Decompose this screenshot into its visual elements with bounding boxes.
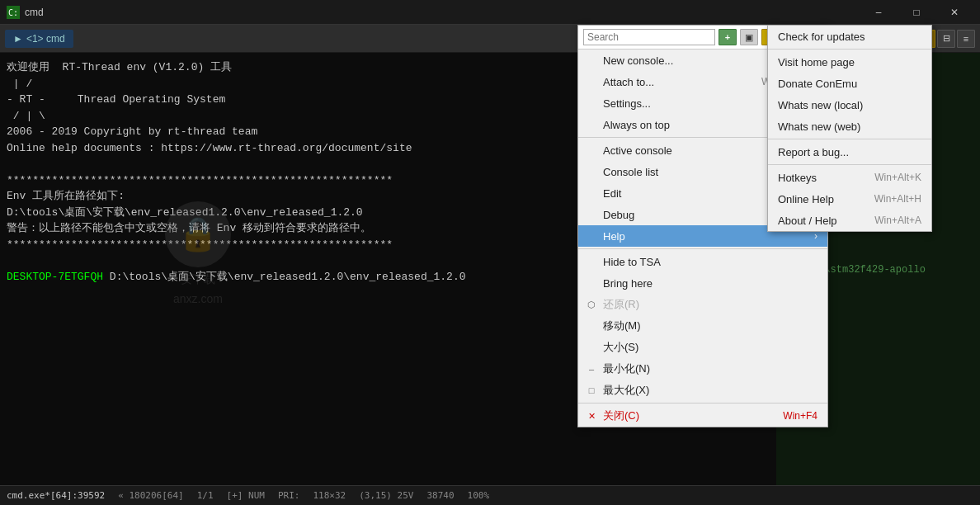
ctx-help-label: Help <box>603 230 625 243</box>
ctx-item-restore: ⬡ 还原(R) <box>578 294 827 315</box>
tab-icon: ► <box>13 33 23 45</box>
ctx-monitor-btn[interactable]: ▣ <box>740 29 758 45</box>
ctx-minimize-label: 最小化(N) <box>603 361 650 376</box>
sub-online-help-label: Online Help <box>778 193 834 205</box>
ctx-restore-label: 还原(R) <box>603 297 639 312</box>
sub-sep-1 <box>768 49 931 50</box>
sub-hotkeys-shortcut: Win+Alt+K <box>874 172 921 183</box>
ctx-new-console-btn[interactable]: + <box>719 29 737 45</box>
context-menu-search-input[interactable] <box>583 29 715 45</box>
help-submenu: Check for updates Visit home page Donate… <box>767 25 932 232</box>
svg-text:C:: C: <box>8 8 18 17</box>
ctx-close-shortcut: Win+F4 <box>783 410 817 422</box>
sub-hotkeys-label: Hotkeys <box>778 172 817 184</box>
ctx-item-bring-here[interactable]: Bring here <box>578 272 827 294</box>
sub-whats-new-web-label: Whats new (web) <box>778 120 860 133</box>
status-info5: 118×32 <box>313 490 346 501</box>
ctx-attach-label: Attach to... <box>603 76 654 88</box>
ctx-item-maximize[interactable]: □ 最大化(X) <box>578 380 827 401</box>
sub-donate-label: Donate ConEmu <box>778 78 857 90</box>
sub-sep-3 <box>768 164 931 165</box>
sub-item-home-page[interactable]: Visit home page <box>768 51 931 73</box>
ctx-settings-label: Settings... <box>603 97 651 110</box>
tab-label: <1> cmd <box>26 33 65 45</box>
ctx-item-close[interactable]: ✕ 关闭(C) Win+F4 <box>578 405 827 427</box>
ctx-bring-here-label: Bring here <box>603 277 653 290</box>
app-icon: C: <box>7 6 20 19</box>
title-bar: C: cmd – □ ✕ <box>0 0 980 25</box>
ctx-sep-3 <box>578 403 827 404</box>
sub-item-donate[interactable]: Donate ConEmu <box>768 73 931 94</box>
ctx-active-console-label: Active console <box>603 144 672 157</box>
sub-home-page-label: Visit home page <box>778 56 855 68</box>
ctx-min-icon: – <box>585 364 598 374</box>
status-info3: [+] NUM <box>227 490 265 501</box>
ctx-new-console-label: New console... <box>603 54 673 67</box>
sub-check-updates-label: Check for updates <box>778 31 865 43</box>
status-info6: (3,15) 25V <box>359 490 413 501</box>
menu-button[interactable]: ≡ <box>957 30 975 48</box>
sub-about-label: About / Help <box>778 215 837 227</box>
split-button[interactable]: ⊟ <box>937 30 955 48</box>
sub-report-bug-label: Report a bug... <box>778 146 849 158</box>
sub-item-about[interactable]: About / Help Win+Alt+A <box>768 210 931 231</box>
ctx-close-label: 关闭(C) <box>603 408 639 423</box>
sub-sep-2 <box>768 139 931 139</box>
status-info2: 1/1 <box>197 490 214 501</box>
ctx-item-size[interactable]: 大小(S) <box>578 337 827 358</box>
tab-cmd[interactable]: ► <1> cmd <box>5 30 73 48</box>
ctx-max-icon: □ <box>585 385 598 395</box>
ctx-restore-icon: ⬡ <box>585 300 598 310</box>
sub-item-report-bug[interactable]: Report a bug... <box>768 141 931 163</box>
ctx-edit-label: Edit <box>603 187 621 200</box>
status-bar: cmd.exe*[64]:39592 « 180206[64] 1/1 [+] … <box>0 485 980 505</box>
ctx-debug-label: Debug <box>603 209 634 221</box>
ctx-always-top-label: Always on top <box>603 119 670 131</box>
minimize-button[interactable]: – <box>860 0 898 25</box>
ctx-maximize-label: 最大化(X) <box>603 383 649 398</box>
ctx-help-arrow: › <box>814 230 817 242</box>
ctx-sep-2 <box>578 248 827 249</box>
sub-online-help-shortcut: Win+Alt+H <box>874 193 921 205</box>
title-bar-controls: – □ ✕ <box>860 0 973 25</box>
ctx-hide-tsa-label: Hide to TSA <box>603 256 661 268</box>
sub-whats-new-local-label: Whats new (local) <box>778 99 863 111</box>
status-info4: PRI: <box>278 490 300 501</box>
ctx-item-minimize[interactable]: – 最小化(N) <box>578 358 827 380</box>
ctx-item-move[interactable]: 移动(M) <box>578 315 827 337</box>
ctx-move-label: 移动(M) <box>603 319 641 333</box>
status-info1: « 180206[64] <box>118 490 183 501</box>
sub-item-hotkeys[interactable]: Hotkeys Win+Alt+K <box>768 167 931 188</box>
status-info8: 100% <box>468 490 490 501</box>
ctx-item-hide-tsa[interactable]: Hide to TSA <box>578 251 827 272</box>
sub-item-check-updates[interactable]: Check for updates <box>768 26 931 47</box>
status-info7: 38740 <box>426 490 454 501</box>
watermark-subtext: anxz.com <box>173 292 223 305</box>
ctx-console-list-label: Console list <box>603 166 658 178</box>
title-bar-text: cmd <box>25 7 44 18</box>
ctx-size-label: 大小(S) <box>603 340 638 355</box>
maximize-button[interactable]: □ <box>898 0 935 25</box>
sub-about-shortcut: Win+Alt+A <box>874 215 921 226</box>
close-button[interactable]: ✕ <box>935 0 973 25</box>
status-process: cmd.exe*[64]:39592 <box>7 490 105 501</box>
sub-item-online-help[interactable]: Online Help Win+Alt+H <box>768 188 931 210</box>
sub-item-whats-new-local[interactable]: Whats new (local) <box>768 94 931 116</box>
sub-item-whats-new-web[interactable]: Whats new (web) <box>768 116 931 137</box>
ctx-close-icon: ✕ <box>585 411 598 422</box>
